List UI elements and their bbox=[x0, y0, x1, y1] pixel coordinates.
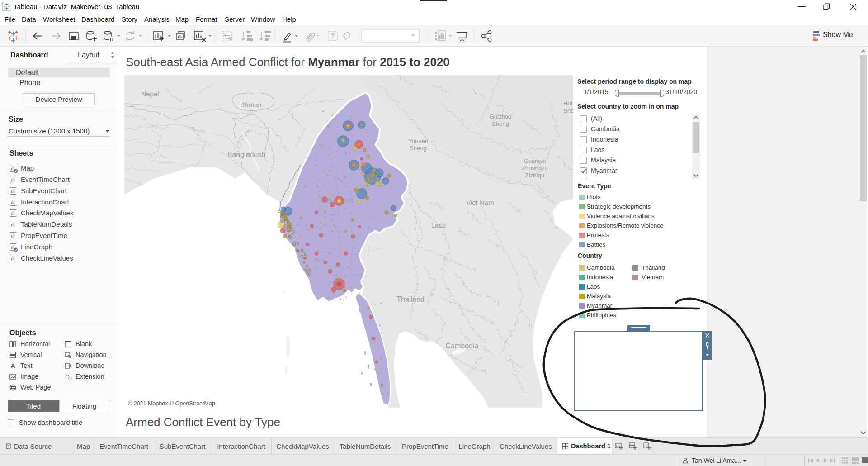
svg-text:Guangxi: Guangxi bbox=[524, 157, 546, 164]
svg-text:Yunnan: Yunnan bbox=[408, 138, 428, 144]
svg-text:Sheng: Sheng bbox=[410, 145, 427, 152]
svg-text:Zizhiqu: Zizhiqu bbox=[525, 172, 544, 179]
svg-text:Zhuangzu: Zhuangzu bbox=[522, 165, 548, 171]
svg-text:Sheng: Sheng bbox=[492, 120, 509, 127]
svg-text:Nepal: Nepal bbox=[141, 90, 159, 98]
svg-text:Hun: Hun bbox=[563, 100, 573, 107]
svg-text:Thailand: Thailand bbox=[396, 295, 424, 303]
svg-text:Guizhou: Guizhou bbox=[490, 113, 511, 120]
svg-text:Laos: Laos bbox=[431, 221, 446, 229]
svg-text:Cambodia: Cambodia bbox=[446, 342, 479, 350]
svg-text:Viet Nam: Viet Nam bbox=[466, 199, 494, 206]
svg-text:A: A bbox=[10, 362, 15, 370]
svg-text:© 2021 Mapbox © OpenStreetMap: © 2021 Mapbox © OpenStreetMap bbox=[128, 400, 215, 407]
svg-text:Bangladesh: Bangladesh bbox=[227, 151, 266, 158]
svg-text:She: She bbox=[563, 107, 573, 114]
svg-text:Bhutan: Bhutan bbox=[240, 101, 262, 109]
